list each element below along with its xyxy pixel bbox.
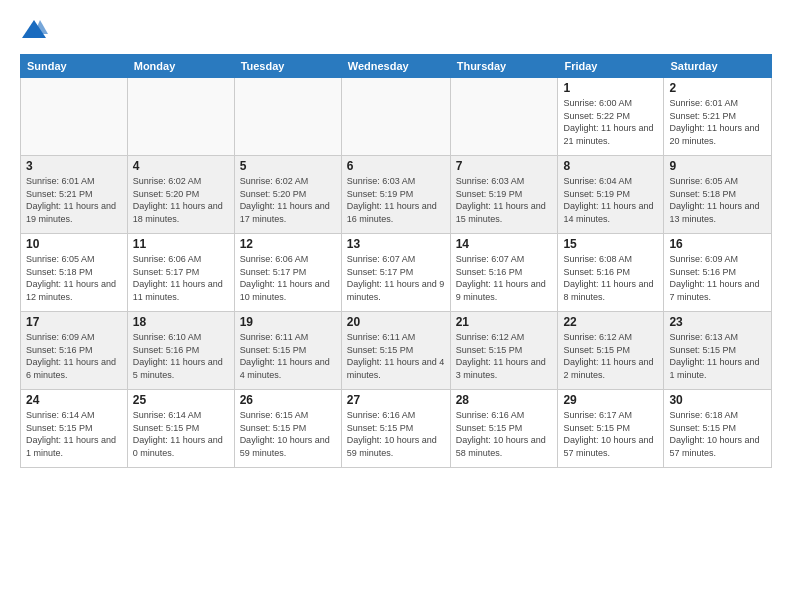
calendar-day-cell: 6Sunrise: 6:03 AM Sunset: 5:19 PM Daylig…: [341, 156, 450, 234]
calendar-day-cell: [450, 78, 558, 156]
day-number: 9: [669, 159, 766, 173]
day-number: 11: [133, 237, 229, 251]
day-number: 19: [240, 315, 336, 329]
day-number: 22: [563, 315, 658, 329]
calendar-day-cell: 18Sunrise: 6:10 AM Sunset: 5:16 PM Dayli…: [127, 312, 234, 390]
calendar-day-header: Monday: [127, 55, 234, 78]
day-info: Sunrise: 6:06 AM Sunset: 5:17 PM Dayligh…: [133, 253, 229, 303]
day-info: Sunrise: 6:09 AM Sunset: 5:16 PM Dayligh…: [26, 331, 122, 381]
day-number: 3: [26, 159, 122, 173]
calendar-day-cell: 15Sunrise: 6:08 AM Sunset: 5:16 PM Dayli…: [558, 234, 664, 312]
calendar-day-cell: 8Sunrise: 6:04 AM Sunset: 5:19 PM Daylig…: [558, 156, 664, 234]
day-info: Sunrise: 6:18 AM Sunset: 5:15 PM Dayligh…: [669, 409, 766, 459]
day-number: 18: [133, 315, 229, 329]
calendar-week-row: 24Sunrise: 6:14 AM Sunset: 5:15 PM Dayli…: [21, 390, 772, 468]
day-info: Sunrise: 6:02 AM Sunset: 5:20 PM Dayligh…: [240, 175, 336, 225]
day-info: Sunrise: 6:01 AM Sunset: 5:21 PM Dayligh…: [669, 97, 766, 147]
day-info: Sunrise: 6:10 AM Sunset: 5:16 PM Dayligh…: [133, 331, 229, 381]
calendar-day-cell: 29Sunrise: 6:17 AM Sunset: 5:15 PM Dayli…: [558, 390, 664, 468]
day-info: Sunrise: 6:13 AM Sunset: 5:15 PM Dayligh…: [669, 331, 766, 381]
day-number: 27: [347, 393, 445, 407]
calendar-day-cell: 19Sunrise: 6:11 AM Sunset: 5:15 PM Dayli…: [234, 312, 341, 390]
day-number: 13: [347, 237, 445, 251]
calendar-day-cell: 23Sunrise: 6:13 AM Sunset: 5:15 PM Dayli…: [664, 312, 772, 390]
calendar-day-cell: 20Sunrise: 6:11 AM Sunset: 5:15 PM Dayli…: [341, 312, 450, 390]
day-info: Sunrise: 6:01 AM Sunset: 5:21 PM Dayligh…: [26, 175, 122, 225]
day-number: 1: [563, 81, 658, 95]
calendar-day-cell: 16Sunrise: 6:09 AM Sunset: 5:16 PM Dayli…: [664, 234, 772, 312]
calendar-day-header: Sunday: [21, 55, 128, 78]
day-number: 26: [240, 393, 336, 407]
calendar-week-row: 17Sunrise: 6:09 AM Sunset: 5:16 PM Dayli…: [21, 312, 772, 390]
calendar-day-header: Wednesday: [341, 55, 450, 78]
day-info: Sunrise: 6:07 AM Sunset: 5:16 PM Dayligh…: [456, 253, 553, 303]
calendar-day-cell: 24Sunrise: 6:14 AM Sunset: 5:15 PM Dayli…: [21, 390, 128, 468]
day-info: Sunrise: 6:05 AM Sunset: 5:18 PM Dayligh…: [669, 175, 766, 225]
day-number: 6: [347, 159, 445, 173]
logo-icon: [20, 16, 48, 44]
calendar-day-cell: [21, 78, 128, 156]
page: SundayMondayTuesdayWednesdayThursdayFrid…: [0, 0, 792, 612]
day-info: Sunrise: 6:00 AM Sunset: 5:22 PM Dayligh…: [563, 97, 658, 147]
day-number: 17: [26, 315, 122, 329]
day-number: 15: [563, 237, 658, 251]
calendar-day-cell: 1Sunrise: 6:00 AM Sunset: 5:22 PM Daylig…: [558, 78, 664, 156]
calendar-day-cell: [234, 78, 341, 156]
day-info: Sunrise: 6:11 AM Sunset: 5:15 PM Dayligh…: [347, 331, 445, 381]
day-number: 25: [133, 393, 229, 407]
calendar-day-cell: [127, 78, 234, 156]
day-info: Sunrise: 6:05 AM Sunset: 5:18 PM Dayligh…: [26, 253, 122, 303]
day-info: Sunrise: 6:15 AM Sunset: 5:15 PM Dayligh…: [240, 409, 336, 459]
calendar-week-row: 3Sunrise: 6:01 AM Sunset: 5:21 PM Daylig…: [21, 156, 772, 234]
day-number: 28: [456, 393, 553, 407]
day-info: Sunrise: 6:12 AM Sunset: 5:15 PM Dayligh…: [456, 331, 553, 381]
day-number: 29: [563, 393, 658, 407]
calendar-day-cell: 4Sunrise: 6:02 AM Sunset: 5:20 PM Daylig…: [127, 156, 234, 234]
day-info: Sunrise: 6:03 AM Sunset: 5:19 PM Dayligh…: [347, 175, 445, 225]
day-info: Sunrise: 6:02 AM Sunset: 5:20 PM Dayligh…: [133, 175, 229, 225]
day-info: Sunrise: 6:09 AM Sunset: 5:16 PM Dayligh…: [669, 253, 766, 303]
calendar-day-cell: 14Sunrise: 6:07 AM Sunset: 5:16 PM Dayli…: [450, 234, 558, 312]
day-info: Sunrise: 6:17 AM Sunset: 5:15 PM Dayligh…: [563, 409, 658, 459]
calendar-day-cell: 25Sunrise: 6:14 AM Sunset: 5:15 PM Dayli…: [127, 390, 234, 468]
day-info: Sunrise: 6:14 AM Sunset: 5:15 PM Dayligh…: [133, 409, 229, 459]
calendar-day-cell: 28Sunrise: 6:16 AM Sunset: 5:15 PM Dayli…: [450, 390, 558, 468]
day-number: 21: [456, 315, 553, 329]
calendar-day-cell: 9Sunrise: 6:05 AM Sunset: 5:18 PM Daylig…: [664, 156, 772, 234]
day-info: Sunrise: 6:04 AM Sunset: 5:19 PM Dayligh…: [563, 175, 658, 225]
day-number: 5: [240, 159, 336, 173]
day-info: Sunrise: 6:11 AM Sunset: 5:15 PM Dayligh…: [240, 331, 336, 381]
day-number: 14: [456, 237, 553, 251]
calendar-day-cell: 10Sunrise: 6:05 AM Sunset: 5:18 PM Dayli…: [21, 234, 128, 312]
calendar-day-cell: 2Sunrise: 6:01 AM Sunset: 5:21 PM Daylig…: [664, 78, 772, 156]
day-info: Sunrise: 6:12 AM Sunset: 5:15 PM Dayligh…: [563, 331, 658, 381]
day-number: 24: [26, 393, 122, 407]
logo: [20, 16, 52, 44]
calendar-day-cell: 5Sunrise: 6:02 AM Sunset: 5:20 PM Daylig…: [234, 156, 341, 234]
day-number: 7: [456, 159, 553, 173]
day-number: 12: [240, 237, 336, 251]
calendar-day-header: Tuesday: [234, 55, 341, 78]
calendar-day-cell: 17Sunrise: 6:09 AM Sunset: 5:16 PM Dayli…: [21, 312, 128, 390]
calendar-day-cell: 30Sunrise: 6:18 AM Sunset: 5:15 PM Dayli…: [664, 390, 772, 468]
calendar-week-row: 1Sunrise: 6:00 AM Sunset: 5:22 PM Daylig…: [21, 78, 772, 156]
day-number: 16: [669, 237, 766, 251]
calendar-day-cell: 11Sunrise: 6:06 AM Sunset: 5:17 PM Dayli…: [127, 234, 234, 312]
day-number: 2: [669, 81, 766, 95]
calendar-day-cell: 21Sunrise: 6:12 AM Sunset: 5:15 PM Dayli…: [450, 312, 558, 390]
calendar-week-row: 10Sunrise: 6:05 AM Sunset: 5:18 PM Dayli…: [21, 234, 772, 312]
day-number: 30: [669, 393, 766, 407]
day-number: 20: [347, 315, 445, 329]
calendar-table: SundayMondayTuesdayWednesdayThursdayFrid…: [20, 54, 772, 468]
day-info: Sunrise: 6:03 AM Sunset: 5:19 PM Dayligh…: [456, 175, 553, 225]
calendar-day-cell: 22Sunrise: 6:12 AM Sunset: 5:15 PM Dayli…: [558, 312, 664, 390]
day-number: 4: [133, 159, 229, 173]
day-info: Sunrise: 6:16 AM Sunset: 5:15 PM Dayligh…: [456, 409, 553, 459]
day-info: Sunrise: 6:06 AM Sunset: 5:17 PM Dayligh…: [240, 253, 336, 303]
calendar-day-cell: 13Sunrise: 6:07 AM Sunset: 5:17 PM Dayli…: [341, 234, 450, 312]
calendar-day-header: Thursday: [450, 55, 558, 78]
calendar-day-cell: [341, 78, 450, 156]
calendar-day-header: Saturday: [664, 55, 772, 78]
day-info: Sunrise: 6:07 AM Sunset: 5:17 PM Dayligh…: [347, 253, 445, 303]
day-number: 23: [669, 315, 766, 329]
